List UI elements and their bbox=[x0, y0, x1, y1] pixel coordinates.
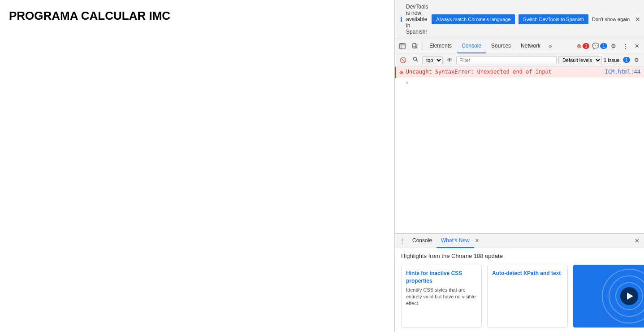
issues-label: 1 Issue: bbox=[604, 57, 621, 63]
error-file-link[interactable]: ICM.html:44 bbox=[605, 69, 640, 75]
console-output: ⊗ Uncaught SyntaxError: Unexpected end o… bbox=[395, 67, 644, 233]
whats-new-content: Highlights from the Chrome 108 update Hi… bbox=[395, 248, 644, 332]
tab-console[interactable]: Console bbox=[457, 39, 486, 53]
arrow-line[interactable]: › bbox=[395, 78, 644, 87]
tab-whats-new[interactable]: What's New bbox=[437, 234, 474, 248]
close-bottom-panel-button[interactable]: ✕ bbox=[632, 236, 642, 246]
issues-badge: 1 Issue: 1 bbox=[604, 57, 630, 63]
error-line: ⊗ Uncaught SyntaxError: Unexpected end o… bbox=[395, 67, 644, 78]
toolbar-right: ⊗ 1 💬 1 ⚙ ⋮ ✕ bbox=[577, 41, 642, 51]
svg-rect-0 bbox=[400, 44, 405, 49]
message-badge: 💬 1 bbox=[592, 43, 607, 49]
expand-arrow[interactable]: › bbox=[406, 79, 409, 86]
info-icon: ℹ bbox=[400, 16, 402, 23]
whats-new-label: What's New bbox=[441, 237, 470, 244]
update-card-1-desc: Identify CSS styles that are entirely va… bbox=[406, 287, 477, 307]
bottom-tabs-bar: ⋮ Console What's New ✕ ✕ bbox=[395, 234, 644, 248]
bottom-panel: ⋮ Console What's New ✕ ✕ Highlights from… bbox=[395, 233, 644, 332]
update-card-2-title[interactable]: Auto-detect XPath and text bbox=[492, 270, 563, 277]
banner-text: DevTools is now available in Spanish! bbox=[406, 4, 428, 35]
update-card-2-body: Auto-detect XPath and text bbox=[488, 265, 567, 284]
switch-devtools-button[interactable]: Switch DevTools to Spanish bbox=[519, 14, 588, 24]
dont-show-again-button[interactable]: Don't show again bbox=[592, 17, 630, 22]
eye-button[interactable]: 👁 bbox=[445, 56, 454, 65]
context-selector[interactable]: top bbox=[422, 56, 443, 64]
tab-sources[interactable]: Sources bbox=[487, 39, 515, 53]
svg-rect-5 bbox=[416, 45, 418, 48]
svg-rect-3 bbox=[413, 44, 416, 48]
toolbar-divider bbox=[423, 42, 423, 51]
filter-input[interactable] bbox=[456, 56, 557, 64]
error-icon: ⊗ bbox=[400, 69, 403, 76]
issues-count: 1 bbox=[623, 57, 630, 63]
more-tabs-button[interactable]: » bbox=[546, 41, 554, 51]
console-filter-button[interactable] bbox=[411, 55, 420, 65]
svg-line-7 bbox=[416, 60, 418, 62]
svg-point-6 bbox=[414, 57, 417, 61]
device-mode-button[interactable] bbox=[409, 41, 421, 51]
bottom-more-button[interactable]: ⋮ bbox=[397, 236, 408, 246]
devtools-panel: ℹ DevTools is now available in Spanish! … bbox=[394, 0, 644, 332]
tab-network[interactable]: Network bbox=[516, 39, 545, 53]
play-icon bbox=[627, 293, 633, 300]
update-card-1-title[interactable]: Hints for inactive CSS properties bbox=[406, 270, 477, 285]
error-count: 1 bbox=[583, 43, 590, 49]
whats-new-highlights-title: Highlights from the Chrome 108 update bbox=[401, 253, 638, 259]
default-levels-selector[interactable]: Default levels bbox=[558, 56, 602, 64]
whats-new-close-button[interactable]: ✕ bbox=[474, 238, 480, 244]
always-match-button[interactable]: Always match Chrome's language bbox=[432, 14, 515, 24]
update-video-thumbnail[interactable]: new bbox=[573, 265, 644, 328]
tab-elements[interactable]: Elements bbox=[425, 39, 456, 53]
error-text: Uncaught SyntaxError: Unexpected end of … bbox=[406, 69, 602, 75]
banner-close-button[interactable]: ✕ bbox=[633, 16, 642, 23]
message-count: 1 bbox=[600, 43, 607, 49]
main-page-content: PROGRAMA CALCULAR IMC bbox=[0, 0, 394, 332]
play-button[interactable] bbox=[620, 287, 638, 305]
console-toolbar: 🚫 top 👁 Default levels 1 Issue: 1 ⚙ bbox=[395, 53, 644, 67]
update-cards-container: Hints for inactive CSS properties Identi… bbox=[401, 265, 638, 328]
language-banner: ℹ DevTools is now available in Spanish! … bbox=[395, 0, 644, 39]
error-badge: ⊗ 1 bbox=[577, 43, 590, 49]
close-devtools-button[interactable]: ✕ bbox=[632, 41, 642, 51]
update-card-1: Hints for inactive CSS properties Identi… bbox=[401, 265, 482, 328]
settings-button[interactable]: ⚙ bbox=[608, 41, 619, 51]
update-card-1-body: Hints for inactive CSS properties Identi… bbox=[402, 265, 481, 312]
inspect-element-button[interactable] bbox=[397, 41, 408, 51]
tab-console-bottom[interactable]: Console bbox=[408, 234, 437, 248]
console-settings-button[interactable]: ⚙ bbox=[632, 56, 641, 65]
page-title: PROGRAMA CALCULAR IMC bbox=[9, 9, 385, 23]
devtools-toolbar: Elements Console Sources Network » ⊗ 1 💬… bbox=[395, 39, 644, 53]
clear-console-button[interactable]: 🚫 bbox=[398, 56, 409, 65]
more-options-button[interactable]: ⋮ bbox=[620, 41, 631, 51]
update-card-2: Auto-detect XPath and text bbox=[487, 265, 568, 328]
